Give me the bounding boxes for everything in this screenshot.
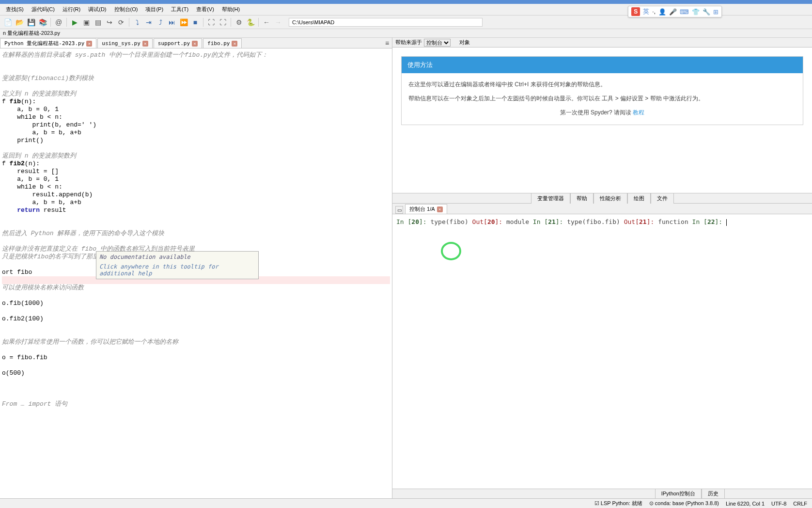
fullscreen-icon[interactable]: ⛶ (218, 17, 228, 27)
highlight-circle (441, 242, 461, 260)
help-card: 使用方法 在这里你可以通过在编辑器或者终端中按 Ctrl+I 来获得任何对象的帮… (401, 56, 803, 125)
help-card-title: 使用方法 (402, 57, 803, 73)
help-object-label: 对象 (459, 39, 470, 46)
menu-tools[interactable]: 工具(T) (167, 4, 192, 15)
saveall-icon[interactable]: 📚 (38, 17, 47, 27)
tooltip-line2: Click anywhere in this tooltip for addit… (99, 263, 255, 277)
help-source-select[interactable]: 控制台 (424, 39, 451, 47)
close-icon[interactable]: × (86, 41, 92, 47)
menu-console[interactable]: 控制台(O) (110, 4, 142, 15)
ime-mic-icon[interactable]: 🎤 (669, 8, 677, 16)
debug-step-out-icon[interactable]: ⤴ (156, 17, 165, 27)
menu-find[interactable]: 查找(S) (2, 4, 28, 15)
cursor (726, 219, 727, 226)
tab-menu-icon[interactable]: ≡ (382, 38, 392, 48)
menu-run[interactable]: 运行(R) (59, 4, 84, 15)
back-icon[interactable]: ← (262, 17, 271, 27)
tab-var-explorer[interactable]: 变量管理器 (531, 193, 570, 204)
status-lsp[interactable]: ☑ LSP Python: 就绪 (594, 500, 642, 507)
tooltip-line1: No documentation available (99, 254, 255, 260)
menu-project[interactable]: 项目(P) (141, 4, 167, 15)
help-p3: 第一次使用 Spyder? 请阅读 (560, 109, 633, 116)
help-p1: 在这里你可以通过在编辑器或者终端中按 Ctrl+I 来获得任何对象的帮助信息。 (408, 80, 796, 89)
close-icon[interactable]: × (142, 41, 148, 47)
console-menu-icon[interactable]: ▭ (395, 206, 403, 214)
menu-debug[interactable]: 调试(D) (84, 4, 110, 15)
help-source-label: 帮助来源于 (395, 39, 422, 46)
ime-sep: ·, (652, 8, 656, 15)
console-tab-1a[interactable]: 控制台 1/A× (405, 204, 447, 214)
ime-toolbox-icon[interactable]: 🔧 (703, 8, 710, 16)
breadcrumb-row: n 量化编程基础-2023.py (0, 29, 812, 38)
run-cell-icon[interactable]: ▣ (81, 17, 91, 27)
tab-history[interactable]: 历史 (702, 489, 725, 499)
tab-help[interactable]: 帮助 (570, 193, 593, 204)
menu-help[interactable]: 帮助(H) (218, 4, 244, 15)
close-icon[interactable]: × (437, 206, 443, 212)
forward-icon[interactable]: → (273, 17, 283, 27)
run-cell-advance-icon[interactable]: ▤ (93, 17, 103, 27)
doc-tooltip[interactable]: No documentation available Click anywher… (96, 251, 259, 279)
status-line-col[interactable]: Line 6220, Col 1 (726, 501, 765, 507)
ime-user-icon[interactable]: 👤 (658, 8, 666, 16)
run-selection-icon[interactable]: ↪ (105, 17, 114, 27)
help-panel: 使用方法 在这里你可以通过在编辑器或者终端中按 Ctrl+I 来获得任何对象的帮… (392, 48, 812, 193)
close-icon[interactable]: × (192, 41, 198, 47)
tab-fibo[interactable]: fibo.py× (203, 38, 242, 48)
help-p2: 帮助信息可以在一个对象之后加上一个左圆括号的时候自动显示。你可以在 工具 > 偏… (408, 94, 796, 103)
console-body[interactable]: In [20]: type(fibo) Out[20]: module In [… (392, 214, 812, 489)
open-icon[interactable]: 📂 (15, 17, 24, 27)
debug-stop-icon[interactable]: ■ (190, 17, 200, 27)
statusbar: ☑ LSP Python: 就绪 ⊙ conda: base (Python 3… (0, 498, 812, 508)
new-file-icon[interactable]: 📄 (3, 17, 13, 27)
breadcrumb[interactable]: n 量化编程基础-2023.py (3, 30, 60, 37)
debug-next-icon[interactable]: ⏩ (179, 17, 188, 27)
save-icon[interactable]: 💾 (26, 17, 36, 27)
tab-plots[interactable]: 绘图 (627, 193, 651, 204)
debug-continue-icon[interactable]: ⏭ (167, 17, 177, 27)
ime-skin-icon[interactable]: 👕 (692, 8, 700, 16)
at-icon[interactable]: @ (54, 17, 63, 27)
debug-step-over-icon[interactable]: ⤵ (132, 17, 142, 27)
tab-profiler[interactable]: 性能分析 (593, 193, 627, 204)
tab-files[interactable]: 文件 (651, 193, 674, 204)
help-header: 帮助来源于 控制台 对象 (392, 38, 812, 48)
right-panel-tabs: 变量管理器 帮助 性能分析 绘图 文件 (392, 193, 812, 204)
bottom-tabs: IPython控制台 历史 (392, 489, 812, 498)
tab-main-file[interactable]: Python 量化编程基础-2023.py× (0, 38, 96, 48)
menu-source[interactable]: 源代码(C) (28, 4, 59, 15)
console-pane: ▭ 控制台 1/A× In [20]: type(fibo) Out[20]: … (392, 204, 812, 498)
ime-keyboard-icon[interactable]: ⌨ (680, 8, 689, 16)
tab-support[interactable]: support.py× (154, 38, 202, 48)
toolbar: 📄 📂 💾 📚 @ ▶ ▣ ▤ ↪ ⟳ ⤵ ⇥ ⤴ ⏭ ⏩ ■ ⛶ ⛶ ⚙ 🐍 … (0, 16, 812, 29)
menu-view[interactable]: 查看(V) (192, 4, 218, 15)
close-icon[interactable]: × (232, 41, 237, 47)
pythonpath-icon[interactable]: 🐍 (246, 17, 255, 27)
debug-step-into-icon[interactable]: ⇥ (144, 17, 154, 27)
tab-using-sys[interactable]: using_sys.py× (97, 38, 152, 48)
right-pane: 帮助来源于 控制台 对象 使用方法 在这里你可以通过在编辑器或者终端中按 Ctr… (392, 38, 812, 498)
editor-pane: Python 量化编程基础-2023.py× using_sys.py× sup… (0, 38, 392, 498)
tab-ipython-console[interactable]: IPython控制台 (655, 489, 702, 499)
editor-tabs: Python 量化编程基础-2023.py× using_sys.py× sup… (0, 38, 392, 48)
status-conda[interactable]: ⊙ conda: base (Python 3.8.8) (649, 500, 719, 507)
console-tabs: ▭ 控制台 1/A× (392, 204, 812, 214)
preferences-icon[interactable]: ⚙ (234, 17, 244, 27)
working-dir-input[interactable] (289, 18, 483, 27)
titlebar (0, 0, 812, 4)
help-tutorial-link[interactable]: 教程 (633, 109, 644, 116)
rerun-icon[interactable]: ⟳ (116, 17, 126, 27)
ime-toolbar[interactable]: S 英 ·, 👤 🎤 ⌨ 👕 🔧 ⊞ (628, 6, 722, 17)
ime-grid-icon[interactable]: ⊞ (713, 8, 718, 16)
status-encoding[interactable]: UTF-8 (771, 501, 786, 507)
ime-lang[interactable]: 英 (643, 7, 649, 16)
run-icon[interactable]: ▶ (70, 17, 79, 27)
maximize-icon[interactable]: ⛶ (206, 17, 216, 27)
status-eol[interactable]: CRLF (793, 501, 807, 507)
sogou-logo-icon: S (631, 7, 640, 16)
